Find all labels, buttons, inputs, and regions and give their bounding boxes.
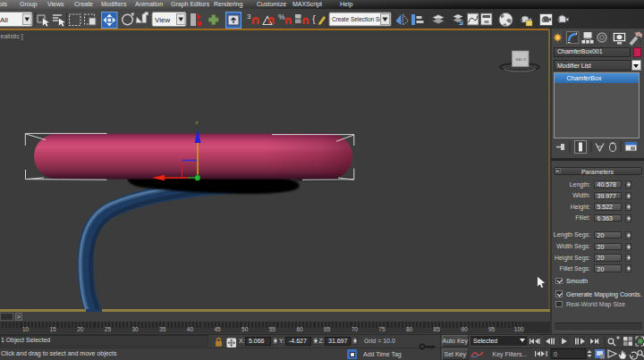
svg-text:3: 3: [247, 13, 251, 21]
svg-text:%: %: [278, 13, 285, 21]
svg-text:ealistic ]: ealistic ]: [1, 33, 23, 40]
svg-text:{: {: [312, 13, 316, 24]
svg-text:BACK: BACK: [516, 57, 527, 62]
svg-text:Create Selection Se: Create Selection Se: [332, 16, 383, 22]
svg-text:0: 0: [554, 351, 557, 357]
svg-text:z: z: [196, 120, 199, 125]
svg-text:View: View: [155, 16, 170, 24]
svg-text:All: All: [0, 16, 8, 24]
